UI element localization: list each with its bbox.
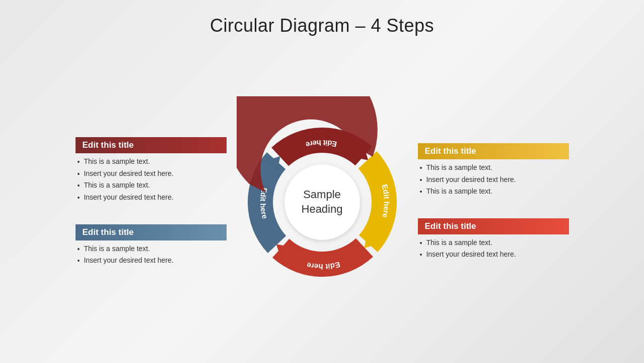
circular-diagram: Edit hereEdit hereEdit hereEdit here Sam…: [237, 96, 408, 308]
slide: Circular Diagram – 4 Steps Edit this tit…: [0, 0, 644, 363]
list-item: This is a sample text.: [78, 156, 227, 168]
right-panels: Edit this title This is a sample text. I…: [418, 143, 569, 261]
list-item: Insert your desired text here.: [420, 174, 569, 187]
list-item: This is a sample text.: [420, 186, 569, 198]
list-item: This is a sample text.: [78, 180, 227, 192]
panel-top-right-bullets: This is a sample text. Insert your desir…: [418, 162, 569, 198]
panel-top-left-title[interactable]: Edit this title: [76, 137, 227, 153]
panel-bottom-right: Edit this title This is a sample text. I…: [418, 218, 569, 261]
list-item: Insert your desired text here.: [78, 192, 227, 204]
panel-top-left-bullets: This is a sample text. Insert your desir…: [76, 156, 227, 204]
list-item: Insert your desired text here.: [78, 168, 227, 180]
panel-bottom-right-bullets: This is a sample text. Insert your desir…: [418, 237, 569, 261]
main-title: Circular Diagram – 4 Steps: [210, 15, 434, 36]
panel-top-left: Edit this title This is a sample text. I…: [76, 137, 227, 204]
content-area: Edit this title This is a sample text. I…: [0, 41, 644, 363]
panel-top-right-title[interactable]: Edit this title: [418, 143, 569, 159]
list-item: This is a sample text.: [78, 244, 227, 256]
panel-top-right: Edit this title This is a sample text. I…: [418, 143, 569, 198]
center-heading: Sample Heading: [302, 188, 343, 216]
list-item: Insert your desired text here.: [78, 255, 227, 267]
list-item: This is a sample text.: [420, 162, 569, 174]
panel-bottom-left: Edit this title This is a sample text. I…: [76, 224, 227, 267]
panel-bottom-left-bullets: This is a sample text. Insert your desir…: [76, 244, 227, 267]
list-item: This is a sample text.: [420, 237, 569, 250]
circle-center: Sample Heading: [284, 164, 360, 240]
left-panels: Edit this title This is a sample text. I…: [76, 137, 227, 267]
list-item: Insert your desired text here.: [420, 249, 569, 261]
panel-bottom-left-title[interactable]: Edit this title: [76, 224, 227, 240]
panel-bottom-right-title[interactable]: Edit this title: [418, 218, 569, 234]
